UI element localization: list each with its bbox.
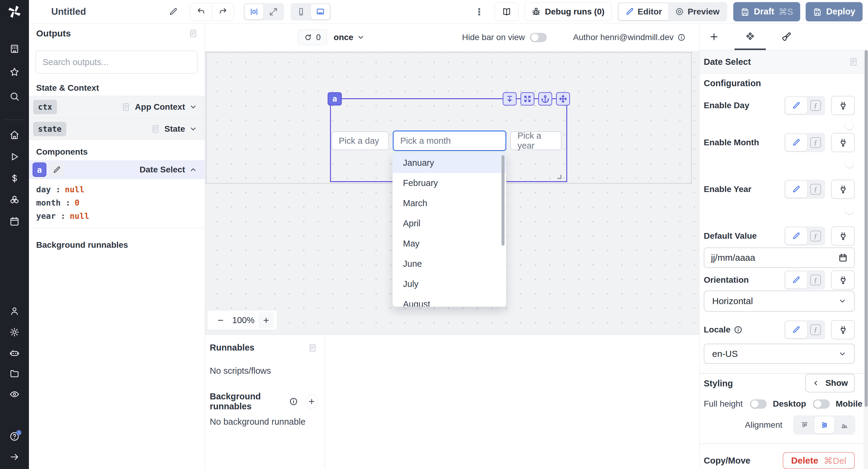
kebab-menu-icon[interactable] xyxy=(475,7,484,16)
zoom-in-button[interactable]: + xyxy=(258,312,274,328)
runs-icon[interactable] xyxy=(0,148,29,165)
eval-editor-button[interactable]: ƒ xyxy=(807,134,824,151)
outputs-search-input[interactable] xyxy=(42,57,190,67)
hide-bar-toggle[interactable] xyxy=(530,33,547,42)
info-icon[interactable] xyxy=(289,397,298,406)
month-option[interactable]: January xyxy=(393,153,506,173)
chevron-down-icon[interactable] xyxy=(189,103,197,111)
connect-plug-button[interactable] xyxy=(831,320,855,339)
component-doc-icon[interactable] xyxy=(849,57,858,67)
component-list-item[interactable]: a Date Select xyxy=(29,160,205,179)
edit-title-pencil-icon[interactable] xyxy=(169,7,178,16)
fullscreen-handle[interactable] xyxy=(521,92,534,105)
desktop-view-button[interactable] xyxy=(311,4,330,19)
help-icon[interactable] xyxy=(0,428,29,445)
refresh-mode-dropdown[interactable]: once xyxy=(334,33,365,42)
eval-editor-button[interactable]: ƒ xyxy=(807,97,824,114)
zoom-out-button[interactable]: − xyxy=(213,312,228,328)
json-prop-day[interactable]: day:null xyxy=(36,183,197,196)
app-canvas[interactable]: a Pick a day Pick a month Pick a year Ja… xyxy=(205,51,699,335)
scrollbar-thumb[interactable] xyxy=(865,50,868,407)
month-option[interactable]: April xyxy=(393,213,506,233)
schedules-icon[interactable] xyxy=(0,213,29,230)
info-icon[interactable] xyxy=(677,33,686,41)
runnables-doc-icon[interactable] xyxy=(308,343,317,353)
desktop-mobile-toggle[interactable] xyxy=(813,399,830,409)
locale-select[interactable]: en-US xyxy=(704,344,855,364)
resize-corner-handle[interactable] xyxy=(557,175,561,179)
editor-tab[interactable]: Editor xyxy=(619,3,669,20)
home-icon[interactable] xyxy=(0,127,29,144)
orientation-select[interactable]: Horizontal xyxy=(704,290,855,312)
refresh-count-button[interactable]: 0 xyxy=(298,30,327,45)
connect-plug-button[interactable] xyxy=(831,180,855,199)
deploy-button[interactable]: Deploy xyxy=(806,2,863,22)
day-select-input[interactable]: Pick a day xyxy=(332,131,389,150)
workspace-icon[interactable] xyxy=(0,40,29,57)
draft-button[interactable]: Draft ⌘S xyxy=(733,2,800,22)
styling-brush-tab[interactable] xyxy=(780,24,793,50)
chevron-down-icon[interactable] xyxy=(189,125,197,133)
ctx-row[interactable]: ctx App Context xyxy=(29,96,205,118)
static-editor-pencil-icon[interactable] xyxy=(785,181,807,198)
folders-icon[interactable] xyxy=(0,365,29,382)
insert-component-tab[interactable] xyxy=(707,24,721,50)
user-icon[interactable] xyxy=(0,303,29,319)
connect-plug-button[interactable] xyxy=(831,270,855,290)
json-prop-month[interactable]: month:0 xyxy=(36,196,197,209)
redo-button[interactable] xyxy=(212,3,234,20)
eval-editor-button[interactable]: ƒ xyxy=(807,181,824,198)
component-settings-tab[interactable] xyxy=(744,24,757,50)
rename-component-pencil-icon[interactable] xyxy=(50,163,64,177)
centered-layout-button[interactable] xyxy=(245,4,264,19)
resources-icon[interactable] xyxy=(0,191,29,208)
month-option[interactable]: February xyxy=(393,173,506,193)
eval-editor-button[interactable]: ƒ xyxy=(807,227,824,245)
align-bottom-button[interactable] xyxy=(834,416,854,433)
month-option[interactable]: August xyxy=(393,294,506,307)
anchor-handle[interactable] xyxy=(538,92,552,105)
styling-show-button[interactable]: Show xyxy=(805,374,855,393)
outputs-search[interactable] xyxy=(36,51,197,73)
year-select-input[interactable]: Pick a year xyxy=(510,131,561,150)
connect-plug-button[interactable] xyxy=(831,133,855,152)
settings-gear-icon[interactable] xyxy=(0,324,29,341)
static-editor-pencil-icon[interactable] xyxy=(785,227,807,245)
favorites-icon[interactable] xyxy=(0,64,29,81)
mobile-view-button[interactable] xyxy=(292,4,310,19)
fullscreen-layout-button[interactable] xyxy=(264,4,283,19)
outputs-doc-icon[interactable] xyxy=(188,29,198,38)
debug-runs-button[interactable]: Debug runs (0) xyxy=(525,2,612,21)
panel-scrollbar[interactable] xyxy=(864,50,868,469)
collapse-arrow-icon[interactable] xyxy=(0,448,29,465)
month-option[interactable]: May xyxy=(393,233,506,254)
audit-eye-icon[interactable] xyxy=(0,386,29,403)
month-select-input[interactable]: Pick a month xyxy=(393,130,506,151)
align-top-button[interactable] xyxy=(795,416,814,433)
add-background-runnable-button[interactable] xyxy=(306,394,317,409)
month-option[interactable]: March xyxy=(393,193,506,213)
windmill-logo[interactable] xyxy=(0,0,29,24)
workers-robot-icon[interactable] xyxy=(0,345,29,362)
static-editor-pencil-icon[interactable] xyxy=(785,272,807,288)
static-editor-pencil-icon[interactable] xyxy=(785,97,807,114)
connect-plug-button[interactable] xyxy=(831,96,855,115)
eval-editor-button[interactable]: ƒ xyxy=(807,272,824,288)
search-icon[interactable] xyxy=(0,88,29,105)
full-height-toggle[interactable] xyxy=(750,399,767,409)
delete-component-button[interactable]: Delete ⌘Del xyxy=(783,452,855,469)
align-center-button[interactable] xyxy=(814,416,834,433)
connect-plug-button[interactable] xyxy=(831,226,855,246)
info-icon[interactable] xyxy=(734,325,743,334)
eval-editor-button[interactable]: ƒ xyxy=(807,321,824,338)
docs-button[interactable] xyxy=(495,2,519,21)
undo-button[interactable] xyxy=(190,3,212,20)
component-tag[interactable]: a xyxy=(328,92,342,105)
dropdown-scrollbar[interactable] xyxy=(501,155,504,246)
chevron-up-icon[interactable] xyxy=(189,166,197,174)
static-editor-pencil-icon[interactable] xyxy=(785,134,807,151)
month-option[interactable]: June xyxy=(393,254,506,274)
variables-icon[interactable] xyxy=(0,170,29,187)
preview-tab[interactable]: Preview xyxy=(669,3,726,20)
json-prop-year[interactable]: year:null xyxy=(36,209,197,222)
